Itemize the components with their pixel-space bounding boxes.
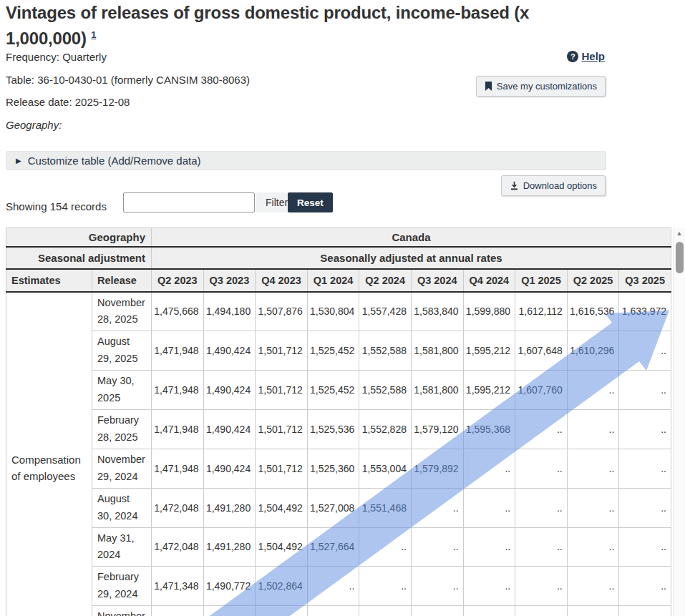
table-row: February 29, 20241,471,3481,490,7721,502… — [6, 567, 671, 606]
arrow-up-icon[interactable]: ▲ — [674, 230, 685, 237]
value-cell: 1,616,536 — [567, 292, 619, 331]
value-cell: 1,557,428 — [359, 292, 412, 331]
table-row: November 29, 20241,471,9481,490,4241,501… — [6, 449, 671, 488]
quarter-header: Q3 2024 — [411, 269, 463, 292]
release-date-cell: August 29, 2025 — [92, 331, 152, 371]
value-cell: .. — [619, 371, 671, 410]
value-cell: 1,595,368 — [463, 410, 515, 449]
footnote-link[interactable]: 1 — [91, 29, 96, 40]
value-cell: 1,490,772 — [203, 567, 256, 606]
value-cell: .. — [515, 527, 568, 567]
value-cell: 1,595,212 — [463, 371, 515, 410]
release-date-cell: February 29, 2024 — [92, 567, 152, 606]
value-cell: .. — [515, 567, 568, 606]
release-date-cell: February 28, 2025 — [92, 410, 152, 449]
value-cell: 1,552,588 — [359, 371, 412, 410]
value-cell: .. — [307, 606, 359, 616]
value-cell: .. — [567, 606, 619, 616]
value-cell: 1,501,712 — [256, 331, 308, 371]
value-cell: 1,491,280 — [203, 527, 256, 567]
table-row: May 31, 20241,472,0481,491,2801,504,4921… — [6, 527, 671, 567]
value-cell: 1,507,876 — [256, 292, 308, 331]
value-cell: 1,525,452 — [307, 331, 359, 371]
save-customizations-button[interactable]: Save my customizations — [476, 76, 606, 97]
quarter-header: Q4 2024 — [463, 269, 515, 292]
page-title-text: Vintages of releases of gross domestic p… — [6, 3, 529, 48]
value-cell: 1,552,588 — [359, 331, 412, 371]
download-options-button[interactable]: Download options — [501, 175, 606, 196]
value-cell: .. — [463, 606, 515, 616]
customize-table-accordion[interactable]: ▶ Customize table (Add/Remove data) — [6, 151, 606, 170]
value-cell: .. — [619, 449, 671, 488]
value-cell: 1,490,424 — [203, 449, 256, 488]
value-cell: 1,525,360 — [307, 449, 359, 488]
value-cell: .. — [463, 488, 515, 527]
vertical-scrollbar[interactable]: ▲ — [673, 228, 685, 616]
value-cell: 1,472,048 — [152, 527, 204, 567]
release-date-cell: May 30, 2025 — [92, 371, 152, 410]
help-link[interactable]: ? Help — [567, 50, 605, 62]
value-cell: 1,530,804 — [307, 292, 359, 331]
value-cell: .. — [463, 527, 515, 567]
value-cell: 1,471,948 — [152, 371, 204, 410]
value-cell: 1,490,424 — [203, 410, 256, 449]
value-cell: 1,470,848 — [152, 606, 204, 616]
geography-header: Geography — [6, 228, 152, 247]
value-cell: 1,579,892 — [411, 449, 463, 488]
release-date-cell: November 30, 2023 — [92, 606, 152, 616]
download-icon — [510, 181, 519, 190]
value-cell: .. — [411, 488, 463, 527]
frequency-label: Frequency: Quarterly — [6, 51, 107, 63]
value-cell: .. — [359, 527, 412, 567]
quarter-header: Q1 2024 — [307, 269, 359, 292]
quarter-header: Q1 2025 — [515, 269, 568, 292]
reset-button[interactable]: Reset — [288, 192, 333, 212]
value-cell: 1,494,180 — [203, 292, 256, 331]
value-cell: 1,610,296 — [567, 331, 619, 371]
value-cell: .. — [567, 488, 619, 527]
value-cell: 1,501,712 — [256, 449, 308, 488]
filter-input[interactable] — [123, 192, 255, 212]
quarter-header: Q2 2023 — [152, 269, 204, 292]
value-cell: 1,472,048 — [152, 488, 204, 527]
seasonal-adjustment-value: Seasonally adjusted at annual rates — [152, 247, 671, 269]
vintages-table: Geography Canada Seasonal adjustment Sea… — [6, 228, 671, 616]
value-cell: 1,475,668 — [152, 292, 204, 331]
table-row: Compensation of employeesNovember 28, 20… — [6, 292, 671, 331]
value-cell: .. — [567, 567, 619, 606]
value-cell: 1,527,008 — [307, 488, 359, 527]
table-row: February 28, 20251,471,9481,490,4241,501… — [6, 410, 671, 449]
value-cell: .. — [515, 410, 568, 449]
value-cell: .. — [619, 488, 671, 527]
value-cell: 1,581,800 — [411, 371, 463, 410]
table-row: November 30, 20231,470,8481,490,476.....… — [6, 606, 671, 616]
help-link-label: Help — [581, 50, 605, 62]
quarter-header: Q3 2023 — [203, 269, 256, 292]
value-cell: 1,525,452 — [307, 371, 359, 410]
value-cell: 1,504,492 — [256, 527, 308, 567]
table-body: Compensation of employeesNovember 28, 20… — [6, 292, 671, 616]
value-cell: 1,583,840 — [411, 292, 463, 331]
estimate-name-cell: Compensation of employees — [6, 292, 92, 616]
value-cell: 1,490,476 — [203, 606, 256, 616]
data-table-wrapper: Geography Canada Seasonal adjustment Sea… — [6, 228, 671, 616]
geography-header-row: Geography Canada — [6, 228, 671, 247]
value-cell: 1,525,536 — [307, 410, 359, 449]
value-cell: .. — [463, 449, 515, 488]
bookmark-icon — [485, 82, 492, 91]
value-cell: 1,501,712 — [256, 410, 308, 449]
value-cell: .. — [619, 527, 671, 567]
value-cell: .. — [619, 331, 671, 371]
value-cell: 1,491,280 — [203, 488, 256, 527]
value-cell: 1,595,212 — [463, 331, 515, 371]
scrollbar-thumb[interactable] — [676, 242, 684, 273]
value-cell: 1,527,664 — [307, 527, 359, 567]
seasonal-adjustment-header: Seasonal adjustment — [6, 247, 152, 269]
value-cell: 1,607,648 — [515, 331, 568, 371]
value-cell: 1,471,348 — [152, 567, 204, 606]
value-cell: .. — [567, 449, 619, 488]
value-cell: .. — [567, 371, 619, 410]
value-cell: 1,579,120 — [411, 410, 463, 449]
page: Vintages of releases of gross domestic p… — [0, 0, 685, 616]
value-cell: 1,552,828 — [359, 410, 412, 449]
